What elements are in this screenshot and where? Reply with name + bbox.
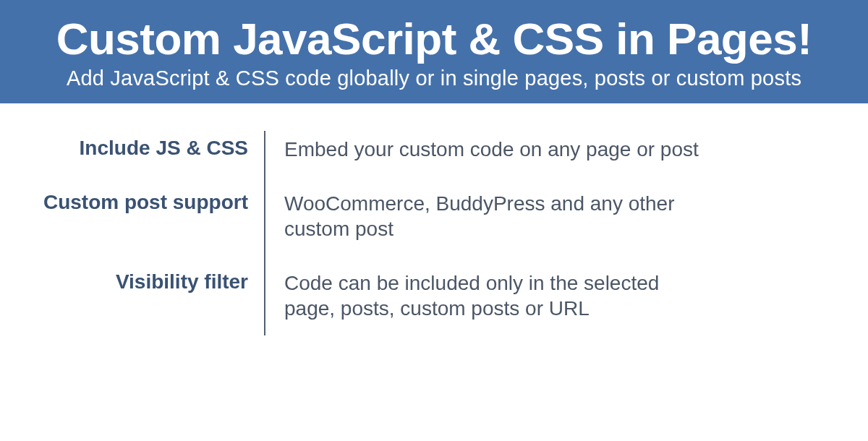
header-title: Custom JavaScript & CSS in Pages!	[14, 14, 854, 64]
feature-row: Visibility filter Code can be included o…	[14, 265, 825, 335]
feature-description: WooCommerce, BuddyPress and any other cu…	[265, 185, 699, 265]
feature-description: Embed your custom code on any page or po…	[265, 131, 699, 185]
header-subtitle: Add JavaScript & CSS code globally or in…	[14, 67, 854, 90]
feature-label: Visibility filter	[14, 265, 264, 335]
feature-row: Include JS & CSS Embed your custom code …	[14, 131, 825, 185]
feature-row: Custom post support WooCommerce, BuddyPr…	[14, 185, 825, 265]
feature-label: Custom post support	[14, 185, 264, 265]
features-list: Include JS & CSS Embed your custom code …	[0, 103, 868, 335]
header-banner: Custom JavaScript & CSS in Pages! Add Ja…	[0, 0, 868, 103]
feature-label: Include JS & CSS	[14, 131, 264, 185]
feature-description: Code can be included only in the selecte…	[265, 265, 699, 335]
